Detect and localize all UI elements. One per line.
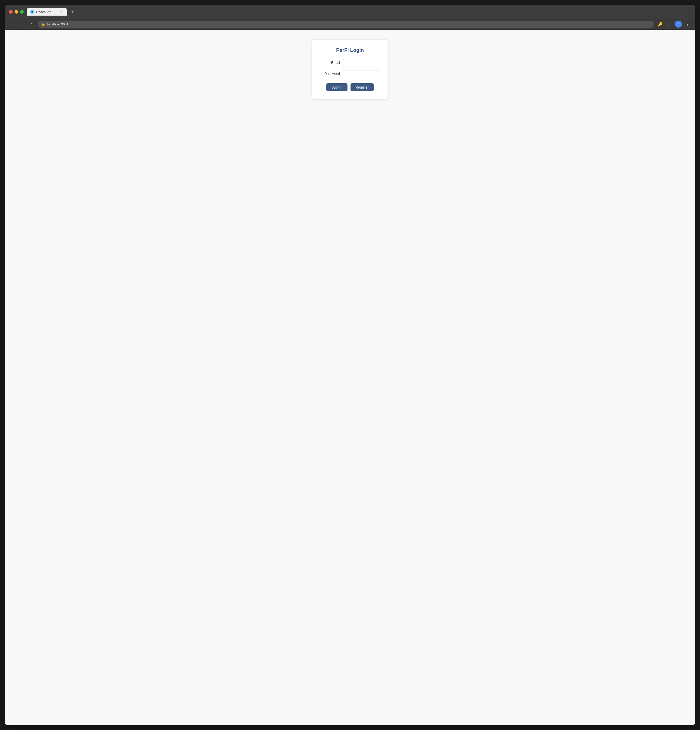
reload-button[interactable]: ↻ bbox=[28, 20, 35, 28]
forward-button[interactable]: → bbox=[19, 20, 26, 28]
password-input[interactable] bbox=[343, 70, 378, 77]
password-label: Password bbox=[322, 72, 340, 76]
toolbar-actions: 🔑 ☆ J ⋮ bbox=[657, 20, 691, 28]
active-tab[interactable]: ⚛ React App × bbox=[27, 8, 67, 16]
email-row: Email bbox=[322, 59, 378, 66]
address-lock-icon: 🔒 bbox=[41, 22, 45, 26]
title-bar: ⚛ React App × + bbox=[5, 5, 695, 19]
traffic-lights bbox=[9, 10, 23, 13]
browser-window: ⚛ React App × + ← → ↻ 🔒 localhost:3001 🔑… bbox=[5, 5, 695, 725]
menu-button[interactable]: ⋮ bbox=[684, 20, 691, 28]
tab-bar: ⚛ React App × + bbox=[27, 8, 691, 16]
user-avatar[interactable]: J bbox=[675, 20, 682, 28]
email-label: Email bbox=[322, 61, 340, 65]
new-tab-button[interactable]: + bbox=[69, 8, 76, 15]
login-card: PerFi Login Email Password Submit Regist… bbox=[312, 40, 388, 99]
favicon-icon: ⚛ bbox=[31, 10, 34, 13]
login-title: PerFi Login bbox=[322, 47, 378, 53]
page-content: PerFi Login Email Password Submit Regist… bbox=[5, 30, 695, 725]
register-button[interactable]: Register bbox=[350, 83, 373, 91]
close-button[interactable] bbox=[9, 10, 13, 13]
browser-toolbar: ← → ↻ 🔒 localhost:3001 🔑 ☆ J ⋮ bbox=[5, 19, 695, 30]
tab-favicon: ⚛ bbox=[30, 10, 34, 14]
maximize-button[interactable] bbox=[20, 10, 23, 13]
email-input[interactable] bbox=[343, 59, 378, 66]
tab-title: React App bbox=[36, 10, 57, 14]
address-bar[interactable]: 🔒 localhost:3001 bbox=[38, 21, 654, 28]
button-row: Submit Register bbox=[322, 83, 378, 91]
submit-button[interactable]: Submit bbox=[327, 83, 347, 91]
tab-close-button[interactable]: × bbox=[59, 10, 63, 14]
bookmark-button[interactable]: ☆ bbox=[666, 20, 673, 28]
password-row: Password bbox=[322, 70, 378, 77]
minimize-button[interactable] bbox=[15, 10, 18, 13]
address-url: localhost:3001 bbox=[47, 22, 69, 26]
back-button[interactable]: ← bbox=[9, 20, 16, 28]
key-button[interactable]: 🔑 bbox=[657, 20, 664, 28]
